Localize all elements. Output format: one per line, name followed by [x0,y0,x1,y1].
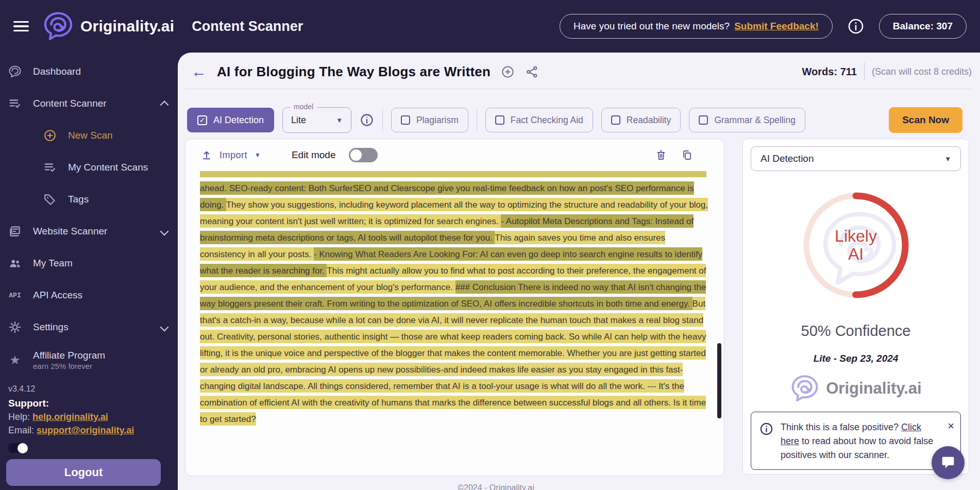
sidebar-item-label: New Scan [68,130,113,141]
plus-circle-icon [43,129,57,142]
submit-feedback-link[interactable]: Submit Feedback! [734,21,819,32]
sidebar-item-tags[interactable]: Tags [6,183,172,215]
info-icon[interactable] [360,113,374,127]
grammar-spelling-button[interactable]: Grammar & Spelling [689,108,805,132]
scan-now-button[interactable]: Scan Now [889,107,962,133]
checkbox-checked-icon: ✓ [197,115,207,125]
sidebar-item-settings[interactable]: Settings [6,311,172,343]
brand-name: Originality.ai [80,18,174,35]
trash-icon[interactable] [655,149,667,161]
add-circle-icon[interactable] [501,65,515,79]
results-dropdown[interactable]: AI Detection ▼ [751,146,961,171]
sidebar-item-new-scan[interactable]: New Scan [6,120,172,151]
scan-toolbar: ✓ AI Detection model Lite ▼ Plagiarism [185,89,980,136]
sidebar-item-label: Dashboard [33,66,81,77]
feedback-banner: Have you tried out the new models? Submi… [560,14,833,39]
model-select[interactable]: model Lite ▼ [282,107,351,133]
sidebar-item-label: Content Scanner [33,98,107,109]
editor-card: Import ▼ Edit mode [185,139,724,476]
back-arrow-icon[interactable]: ← [191,64,207,79]
sidebar-item-label: Affiliate Program [33,349,105,362]
results-brand-name: Originality.ai [826,379,921,398]
caret-down-icon[interactable]: ▼ [255,151,261,159]
import-button[interactable]: Import [219,150,247,161]
readability-button[interactable]: Readability [601,108,681,132]
ai-score-gauge: Likely AI [801,191,910,300]
false-positive-notice: Think this is a false positive? Click he… [751,412,961,470]
divider [382,109,383,131]
model-select-value: Lite [291,115,306,126]
top-header: Originality.ai Content Scanner Have you … [0,0,980,53]
notice-text: Think this is a false positive? Click he… [781,420,935,462]
divider [477,109,477,131]
app-root: Originality.ai Content Scanner Have you … [0,0,980,490]
sidebar-item-my-team[interactable]: My Team [6,247,172,279]
sidebar-item-affiliate-program[interactable]: ★ Affiliate Program earn 25% forever [6,343,172,377]
results-brand: Originality.ai [790,375,921,402]
version-label: v3.4.12 [8,384,172,394]
team-icon [8,257,22,270]
copy-icon[interactable] [681,149,693,161]
email-line: Email: support@originality.ai [8,425,172,436]
clipped-text-line [200,171,706,177]
list-check-icon [43,161,57,174]
sidebar-item-label: API Access [33,290,82,301]
support-heading: Support: [8,398,172,409]
sidebar-item-dashboard[interactable]: Dashboard [6,56,172,88]
caret-down-icon: ▼ [944,155,951,163]
copyright-footer: ©2024 - Originality.ai [226,476,766,490]
info-icon[interactable] [847,18,865,35]
sidebar-item-content-scanner[interactable]: Content Scanner [6,88,172,120]
menu-icon[interactable] [13,21,29,32]
list-check-icon [8,97,22,110]
sidebar-item-label: My Content Scans [68,162,148,173]
edit-mode-toggle[interactable] [349,148,378,162]
brand[interactable]: Originality.ai [42,11,174,41]
brain-logo-icon [42,11,74,41]
info-icon [759,422,773,436]
main-surface: ← AI for Blogging The Way Blogs are Writ… [178,53,980,490]
help-link[interactable]: help.originality.ai [32,412,108,422]
chevron-up-icon [160,100,169,109]
sidebar-item-sublabel: earn 25% forever [33,362,105,371]
help-line: Help: help.originality.ai [8,412,172,423]
email-link[interactable]: support@originality.ai [37,425,134,435]
gear-icon [8,320,22,334]
word-count: Words: 711 [802,66,857,78]
scan-cost-label: (Scan will cost 8 credits) [872,66,972,77]
page-title: AI for Blogging The Way Blogs are Writte… [217,64,491,80]
text-segment: But that's a catch-in a way, because whi… [200,297,706,393]
upload-icon [201,149,212,161]
sidebar-item-label: Tags [68,194,89,205]
fact-checking-button[interactable]: Fact Checking Aid [485,108,593,132]
sidebar-item-label: Website Scanner [33,226,107,237]
sidebar-toggle[interactable] [8,443,28,453]
logout-button[interactable]: Logout [6,459,161,486]
balance-badge[interactable]: Balance: 307 [879,14,967,39]
share-icon[interactable] [525,65,539,79]
chevron-down-icon [160,227,169,236]
highlighted-text: ahead. SEO-ready content: Both SurferSEO… [200,180,712,427]
chat-icon [939,454,957,471]
title-row: ← AI for Blogging The Way Blogs are Writ… [185,53,980,89]
document-text-area[interactable]: ahead. SEO-ready content: Both SurferSEO… [185,171,724,427]
brain-icon [8,65,22,78]
sidebar-item-api-access[interactable]: API API Access [6,279,172,311]
website-icon [8,225,22,238]
app-title: Content Scanner [192,19,303,35]
ai-detection-button[interactable]: ✓ AI Detection [187,108,274,132]
editor-toolbar: Import ▼ Edit mode [185,139,724,171]
scan-meta-label: Lite - Sep 23, 2024 [814,353,899,364]
sidebar-item-website-scanner[interactable]: Website Scanner [6,215,172,247]
checkbox-icon [401,115,410,125]
checkbox-icon [611,115,620,125]
plagiarism-button[interactable]: Plagiarism [391,108,468,132]
caret-down-icon: ▼ [336,116,343,124]
sidebar-item-label: Settings [33,322,69,333]
chevron-down-icon [160,323,169,332]
edit-mode-label: Edit mode [292,149,336,161]
sidebar-item-my-content-scans[interactable]: My Content Scans [6,151,172,183]
scrollbar-thumb[interactable] [717,343,721,418]
model-select-label: model [290,103,317,111]
chat-bubble-button[interactable] [932,446,965,479]
